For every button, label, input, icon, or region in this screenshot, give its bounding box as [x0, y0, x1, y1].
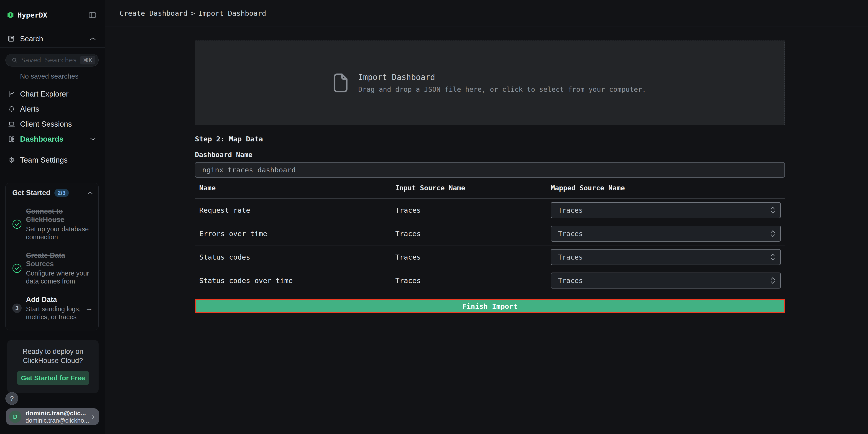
chart-name-cell: Request rate	[199, 206, 395, 214]
no-saved-searches-text: No saved searches	[20, 72, 105, 80]
sidebar-item-label: Team Settings	[20, 156, 96, 164]
mapped-source-select[interactable]: Traces	[551, 249, 781, 265]
bell-icon	[8, 106, 15, 113]
topbar: Create Dashboard>Import Dashboard	[105, 0, 868, 26]
json-dropzone[interactable]: Import Dashboard Drag and drop a JSON fi…	[195, 40, 785, 125]
mapped-source-select[interactable]: Traces	[551, 202, 781, 218]
check-circle-icon	[12, 219, 22, 229]
table-row: Status codes over time Traces Traces	[195, 269, 785, 292]
chart-icon	[8, 91, 15, 97]
column-header-input-source: Input Source Name	[395, 184, 551, 192]
get-started-header[interactable]: Get Started 2/3	[12, 189, 93, 197]
progress-badge: 2/3	[55, 189, 69, 197]
breadcrumb-create-dashboard[interactable]: Create Dashboard	[120, 9, 188, 17]
sidebar-item-label: Client Sessions	[20, 120, 96, 128]
table-header-row: Name Input Source Name Mapped Source Nam…	[195, 178, 785, 198]
input-source-cell: Traces	[395, 229, 551, 238]
saved-searches-input[interactable]: Saved Searches ⌘K	[5, 54, 99, 66]
get-started-title: Get Started	[12, 189, 50, 197]
search-icon	[11, 57, 18, 63]
mapped-source-select[interactable]: Traces	[551, 273, 781, 288]
search-section-icon	[8, 35, 14, 42]
mapped-source-select[interactable]: Traces	[551, 226, 781, 242]
gear-icon	[8, 157, 15, 163]
cloud-card-text-line2: ClickHouse Cloud?	[7, 356, 99, 365]
get-started-card: Get Started 2/3 Connect to ClickHouse Se…	[5, 183, 99, 331]
get-started-free-button[interactable]: Get Started for Free	[17, 371, 89, 385]
saved-searches-placeholder: Saved Searches	[21, 56, 80, 64]
avatar: D	[9, 410, 22, 423]
arrow-right-icon: →	[85, 304, 93, 313]
input-source-cell: Traces	[395, 206, 551, 214]
cloud-card-text-line1: Ready to deploy on	[7, 347, 99, 356]
sidebar-item-label: Dashboards	[20, 135, 90, 144]
help-button[interactable]: ?	[5, 392, 18, 405]
search-section-label: Search	[20, 35, 90, 43]
step-description: Configure where your data comes from	[26, 269, 93, 285]
input-source-cell: Traces	[395, 253, 551, 261]
finish-import-button[interactable]: Finish Import	[195, 299, 785, 313]
select-chevrons-icon	[770, 206, 775, 214]
column-header-mapped-source: Mapped Source Name	[551, 184, 785, 192]
sidebar-item-label: Alerts	[20, 105, 96, 114]
step-title: Create Data Sources	[26, 251, 93, 268]
selected-source: Traces	[558, 206, 583, 214]
sidebar-item-client-sessions[interactable]: Client Sessions	[0, 117, 105, 132]
sidebar-item-team-settings[interactable]: Team Settings	[0, 153, 105, 167]
clickhouse-cloud-card: Ready to deploy on ClickHouse Cloud? Get…	[7, 340, 99, 393]
dashboard-icon	[8, 136, 15, 143]
step-heading: Step 2: Map Data	[195, 135, 785, 143]
file-icon	[334, 73, 348, 92]
chart-name-cell: Status codes over time	[199, 276, 395, 285]
user-name: dominic.tran@clic...	[26, 409, 90, 417]
get-started-step-add-data[interactable]: 3 Add Data Start sending logs, metrics, …	[12, 295, 93, 321]
check-circle-icon	[12, 264, 22, 273]
finish-import-label: Finish Import	[462, 302, 518, 310]
step-description: Start sending logs, metrics, or traces	[26, 305, 83, 321]
step-title: Connect to ClickHouse	[26, 207, 93, 224]
user-account-chip[interactable]: D dominic.tran@clic... dominic.tran@clic…	[6, 408, 99, 425]
chart-name-cell: Status codes	[199, 253, 395, 261]
chart-name-cell: Errors over time	[199, 229, 395, 238]
select-chevrons-icon	[770, 253, 775, 261]
sidebar-item-alerts[interactable]: Alerts	[0, 101, 105, 117]
step-number-badge: 3	[12, 304, 22, 313]
table-row: Errors over time Traces Traces	[195, 222, 785, 245]
dropzone-title: Import Dashboard	[358, 73, 646, 82]
laptop-icon	[8, 121, 15, 127]
breadcrumb: Create Dashboard>Import Dashboard	[120, 9, 266, 17]
sidebar-nav: Chart Explorer Alerts Client Sessions	[0, 87, 105, 167]
get-started-step-sources[interactable]: Create Data Sources Configure where your…	[12, 251, 93, 285]
import-dashboard-content: Import Dashboard Drag and drop a JSON fi…	[105, 26, 785, 313]
step-title: Add Data	[26, 295, 83, 304]
sidebar-item-dashboards[interactable]: Dashboards	[0, 132, 105, 147]
select-chevrons-icon	[770, 277, 775, 284]
select-chevrons-icon	[770, 230, 775, 238]
collapse-sidebar-icon[interactable]	[89, 12, 96, 18]
column-header-name: Name	[199, 184, 395, 192]
sidebar-item-chart-explorer[interactable]: Chart Explorer	[0, 87, 105, 101]
sidebar: HyperDX Search Sa	[0, 0, 105, 434]
keyboard-shortcut-badge: ⌘K	[80, 56, 95, 64]
dashboard-name-label: Dashboard Name	[195, 151, 785, 159]
selected-source: Traces	[558, 253, 583, 261]
get-started-step-connect[interactable]: Connect to ClickHouse Set up your databa…	[12, 207, 93, 241]
breadcrumb-import-dashboard: Import Dashboard	[198, 9, 266, 17]
breadcrumb-separator: >	[191, 9, 195, 17]
user-email: dominic.tran@clickho...	[26, 417, 90, 424]
chevron-up-icon	[90, 37, 96, 40]
hyperdx-logo-icon	[7, 12, 13, 18]
chevron-right-icon: ›	[92, 412, 94, 422]
app-title: HyperDX	[18, 11, 89, 19]
step-description: Set up your database connection	[26, 225, 93, 241]
selected-source: Traces	[558, 277, 583, 285]
logo-row: HyperDX	[0, 0, 105, 30]
table-row: Request rate Traces Traces	[195, 198, 785, 222]
mapping-table: Name Input Source Name Mapped Source Nam…	[195, 178, 785, 292]
dashboard-name-input[interactable]	[195, 162, 785, 178]
chevron-down-icon	[90, 137, 96, 141]
selected-source: Traces	[558, 230, 583, 238]
sidebar-item-label: Chart Explorer	[20, 90, 96, 98]
sidebar-section-search[interactable]: Search	[0, 30, 105, 48]
chevron-up-icon	[87, 191, 93, 195]
